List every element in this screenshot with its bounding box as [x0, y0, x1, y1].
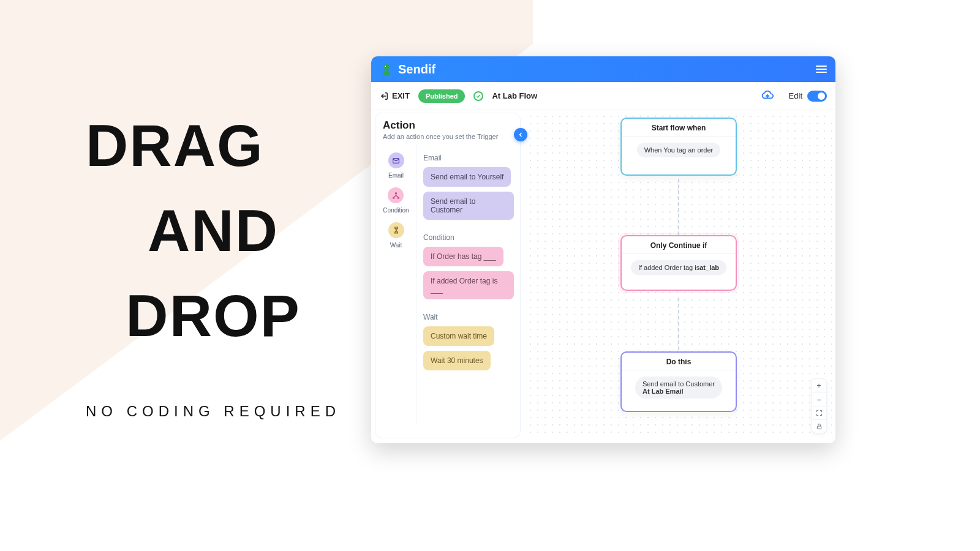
category-email[interactable]: Email [388, 152, 404, 179]
chevron-left-icon [517, 131, 524, 138]
action-wait-custom[interactable]: Custom wait time [423, 326, 494, 346]
action-has-tag[interactable]: If Order has tag ___ [423, 247, 503, 266]
flow-title: At Lab Flow [492, 91, 537, 100]
flow-canvas[interactable]: Start flow when When You tag an order On… [527, 113, 832, 438]
action-email-self[interactable]: Send email to Yourself [423, 167, 511, 187]
node-action-title: Do this [622, 353, 736, 370]
category-email-label: Email [388, 172, 404, 179]
zoom-fit-button[interactable] [812, 406, 826, 419]
zoom-lock-button[interactable] [812, 419, 826, 433]
category-rail: Email Condition Wait [375, 144, 417, 425]
svg-point-3 [395, 192, 396, 193]
workspace: Action Add an action once you set the Tr… [371, 110, 835, 443]
category-wait[interactable]: Wait [388, 222, 404, 249]
subheadline: NO CODING REQUIRED [86, 403, 341, 420]
action-added-tag-is[interactable]: If added Order tag is ___ [423, 271, 514, 299]
status-badge: Published [418, 89, 466, 103]
edit-label: Edit [789, 91, 802, 100]
svg-point-5 [398, 197, 399, 198]
menu-icon[interactable] [816, 66, 827, 73]
section-wait-title: Wait [423, 313, 514, 321]
svg-point-0 [383, 64, 389, 70]
headline-line-2: AND [86, 188, 341, 273]
action-email-customer[interactable]: Send email to Customer [423, 192, 514, 220]
brand[interactable]: Sendif [380, 62, 435, 77]
section-email-title: Email [423, 154, 514, 162]
marketing-copy: DRAG AND DROP NO CODING REQUIRED [86, 103, 341, 420]
edit-mode-control: Edit [789, 91, 827, 102]
category-condition[interactable]: Condition [383, 187, 409, 214]
node-condition-title: Only Continue if [622, 236, 736, 254]
exit-icon [380, 92, 388, 100]
edit-toggle[interactable] [807, 91, 827, 102]
node-condition-value: at_lab [699, 264, 719, 271]
category-wait-label: Wait [390, 242, 402, 249]
zoom-out-button[interactable]: − [812, 392, 826, 406]
cloud-sync-icon[interactable] [761, 88, 774, 104]
node-trigger[interactable]: Start flow when When You tag an order [620, 118, 737, 176]
panel-collapse-button[interactable] [514, 128, 527, 141]
node-action-line2: At Lab Email [643, 388, 684, 395]
node-condition-prefix: If added Order tag is [638, 264, 699, 271]
headline-line-3: DROP [86, 273, 341, 358]
app-header: Sendif [371, 56, 835, 82]
node-trigger-title: Start flow when [622, 119, 736, 137]
branch-icon [388, 187, 404, 203]
node-action[interactable]: Do this Send email to Customer At Lab Em… [620, 351, 737, 412]
exit-button[interactable]: EXIT [380, 91, 410, 100]
exit-label: EXIT [392, 91, 410, 100]
expand-icon [816, 410, 823, 416]
connector-line [678, 298, 679, 350]
envelope-icon [388, 152, 404, 168]
node-action-line1: Send email to Customer [643, 380, 715, 388]
panel-title: Action [383, 119, 513, 132]
panel-subtitle: Add an action once you set the Trigger [383, 133, 513, 140]
app-window: Sendif EXIT Published At Lab Flow Edit A… [371, 56, 835, 443]
panel-body: Email Condition Wait [375, 144, 520, 425]
lock-icon [816, 423, 823, 430]
section-condition-title: Condition [423, 233, 514, 242]
svg-point-4 [393, 197, 394, 198]
hourglass-icon [388, 222, 404, 238]
action-list: Email Send email to Yourself Send email … [417, 144, 520, 425]
node-trigger-pill: When You tag an order [637, 143, 721, 157]
svg-point-1 [385, 66, 386, 67]
svg-rect-6 [817, 426, 821, 429]
headline: DRAG AND DROP [86, 103, 341, 359]
node-condition-pill: If added Order tag is at_lab [631, 260, 726, 275]
category-condition-label: Condition [383, 207, 409, 214]
action-panel: Action Add an action once you set the Tr… [375, 113, 521, 438]
connector-line [678, 179, 679, 235]
panel-header: Action Add an action once you set the Tr… [375, 113, 520, 144]
brand-name: Sendif [398, 62, 435, 77]
node-condition[interactable]: Only Continue if If added Order tag is a… [620, 235, 737, 291]
editor-toolbar: EXIT Published At Lab Flow Edit [371, 82, 835, 110]
brand-logo-icon [380, 62, 393, 76]
canvas-zoom-controls: + − [811, 378, 827, 433]
action-wait-30[interactable]: Wait 30 minutes [423, 351, 491, 370]
node-action-pill: Send email to Customer At Lab Email [635, 377, 722, 399]
headline-line-1: DRAG [86, 103, 341, 188]
zoom-in-button[interactable]: + [812, 379, 826, 392]
validated-icon [473, 91, 483, 101]
